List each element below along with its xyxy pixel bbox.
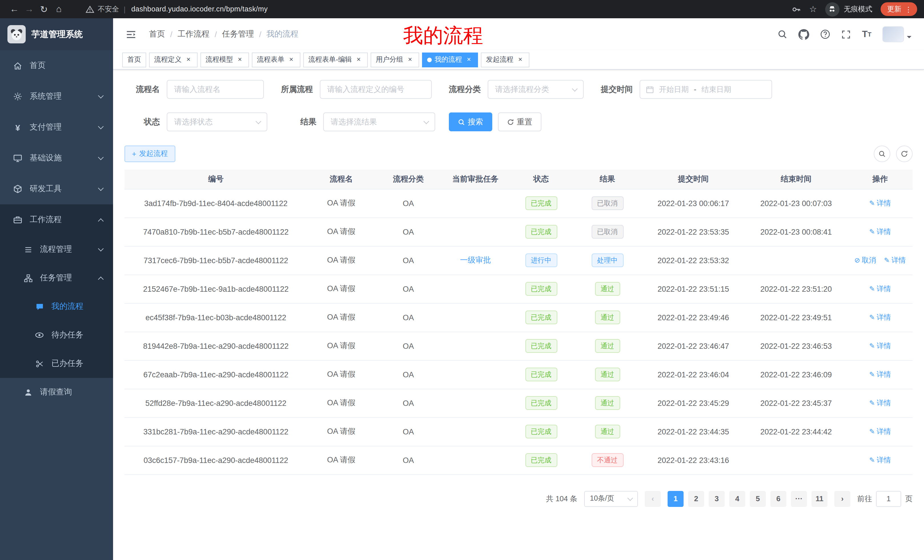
detail-link[interactable]: ✎详情	[869, 398, 891, 408]
password-key-icon[interactable]	[792, 4, 801, 14]
sidebar-item-payment[interactable]: ¥ 支付管理	[0, 112, 113, 143]
page-button[interactable]: 11	[812, 491, 828, 507]
browser-reload-icon[interactable]: ↻	[36, 2, 51, 16]
sidebar-item-home[interactable]: 首页	[0, 50, 113, 81]
process-name-input[interactable]	[167, 80, 264, 99]
incognito-indicator[interactable]: 无痕模式	[825, 2, 872, 16]
browser-forward-icon[interactable]: →	[22, 2, 36, 16]
process-category-select[interactable]: 请选择流程分类	[488, 80, 584, 99]
user-menu[interactable]	[882, 26, 911, 42]
sidebar-item-my-process[interactable]: 我的流程	[0, 292, 113, 321]
tab-close-icon[interactable]: ×	[287, 55, 295, 64]
search-icon[interactable]	[777, 29, 788, 39]
page-button[interactable]: 2	[688, 491, 704, 507]
create-process-button[interactable]: + 发起流程	[124, 145, 175, 162]
tab[interactable]: 我的流程 ×	[422, 52, 478, 67]
tab-close-icon[interactable]: ×	[406, 55, 414, 64]
fullscreen-icon[interactable]	[842, 29, 851, 39]
cell-submit-time: 2022-01-22 23:44:35	[642, 417, 745, 446]
next-page-button[interactable]: ›	[834, 491, 850, 507]
browser-back-icon[interactable]: ←	[7, 2, 22, 16]
detail-link[interactable]: ✎详情	[869, 284, 891, 294]
site-security-chip[interactable]: 不安全	[86, 4, 119, 14]
tab[interactable]: 流程模型 ×	[201, 52, 249, 67]
current-task-link[interactable]: 一级审批	[460, 256, 491, 264]
calendar-icon	[646, 85, 654, 93]
tab-close-icon[interactable]: ×	[184, 55, 192, 64]
sidebar-item-system[interactable]: 系统管理	[0, 81, 113, 112]
submit-time-range-picker[interactable]: 开始日期 - 结束日期	[640, 80, 772, 99]
goto-page-input[interactable]	[876, 491, 901, 507]
tab-close-icon[interactable]: ×	[516, 55, 524, 64]
sidebar-item-todo-tasks[interactable]: 待办任务	[0, 321, 113, 349]
sidebar-item-done-tasks[interactable]: 已办任务	[0, 349, 113, 378]
result-select[interactable]: 请选择流结果	[323, 112, 435, 131]
status-select[interactable]: 请选择状态	[167, 112, 267, 131]
detail-link[interactable]: ✎详情	[869, 227, 891, 237]
breadcrumb-workflow[interactable]: 工作流程	[178, 29, 210, 39]
cell-end-time: 2022-01-23 00:08:41	[745, 217, 848, 246]
tab[interactable]: 流程表单 ×	[252, 52, 300, 67]
process-definition-input[interactable]	[320, 80, 432, 99]
cell-end-time: 2022-01-23 00:07:03	[745, 189, 848, 217]
cell-category: OA	[375, 217, 441, 246]
detail-link[interactable]: ✎详情	[869, 455, 891, 465]
browser-update-button[interactable]: 更新 ⋮	[880, 2, 917, 16]
detail-link[interactable]: ✎详情	[869, 313, 891, 322]
breadcrumb-home[interactable]: 首页	[149, 29, 165, 39]
sidebar-item-workflow[interactable]: 工作流程	[0, 204, 113, 235]
cell-status: 进行中	[509, 246, 573, 275]
table-row: 7317cec6-7b9b-11ec-b5b7-acde48001122 OA …	[124, 246, 913, 275]
col-name: 流程名	[307, 169, 375, 189]
tab[interactable]: 发起流程 ×	[481, 52, 530, 67]
sidebar-toggle-icon[interactable]	[126, 29, 136, 40]
detail-link[interactable]: ✎详情	[884, 256, 906, 265]
cancel-link[interactable]: ⊘取消	[854, 256, 876, 265]
detail-link[interactable]: ✎详情	[869, 341, 891, 351]
result-badge: 已取消	[591, 225, 623, 239]
help-icon[interactable]	[820, 29, 831, 39]
address-bar-url[interactable]: dashboard.yudao.iocoder.cn/bpm/task/my	[131, 5, 268, 13]
status-badge: 已完成	[525, 368, 557, 381]
browser-menu-icon[interactable]: ⋮	[905, 5, 912, 13]
github-icon[interactable]	[799, 29, 810, 40]
page-button[interactable]: 5	[750, 491, 766, 507]
detail-link[interactable]: ✎详情	[869, 370, 891, 379]
tab[interactable]: 用户分组 ×	[370, 52, 419, 67]
sidebar-item-process-mgmt[interactable]: 流程管理	[0, 235, 113, 264]
status-badge: 已完成	[525, 196, 557, 210]
page-button[interactable]: 6	[770, 491, 786, 507]
search-button[interactable]: 搜索	[449, 112, 492, 131]
detail-link[interactable]: ✎详情	[869, 427, 891, 436]
cell-name: OA 请假	[307, 275, 375, 303]
tab-close-icon[interactable]: ×	[355, 55, 363, 64]
tab[interactable]: 流程表单-编辑 ×	[303, 52, 368, 67]
sidebar-item-leave-query[interactable]: 请假查询	[0, 378, 113, 406]
page-button[interactable]: ···	[791, 491, 807, 507]
toggle-search-button[interactable]	[874, 145, 890, 162]
sidebar-item-task-mgmt[interactable]: 任务管理	[0, 264, 113, 292]
breadcrumb-separator: /	[170, 30, 172, 39]
refresh-table-button[interactable]	[896, 145, 913, 162]
tab-close-icon[interactable]: ×	[465, 55, 473, 64]
chevron-down-icon	[98, 185, 104, 191]
font-size-icon[interactable]: TT	[862, 30, 872, 39]
page-button[interactable]: 1	[668, 491, 684, 507]
detail-link[interactable]: ✎详情	[869, 198, 891, 208]
tab-close-icon[interactable]: ×	[236, 55, 244, 64]
page-button[interactable]: 4	[729, 491, 745, 507]
reset-button[interactable]: 重置	[498, 112, 542, 131]
sidebar-item-devtools[interactable]: 研发工具	[0, 174, 113, 204]
breadcrumb-task-mgmt[interactable]: 任务管理	[222, 29, 254, 39]
tab[interactable]: 首页	[122, 52, 146, 67]
sidebar-item-infra[interactable]: 基础设施	[0, 143, 113, 174]
table-row: ec45f38f-7b9a-11ec-b03b-acde48001122 OA …	[124, 303, 913, 332]
prev-page-button[interactable]: ‹	[645, 491, 661, 507]
bookmark-star-icon[interactable]: ☆	[809, 4, 817, 14]
page-button[interactable]: 3	[709, 491, 725, 507]
tab[interactable]: 流程定义 ×	[149, 52, 198, 67]
page-size-select[interactable]: 10条/页	[584, 491, 638, 507]
app-logo-bar: 芋道管理系统	[0, 18, 113, 50]
chevron-up-icon	[98, 218, 104, 224]
browser-home-icon[interactable]: ⌂	[51, 2, 66, 16]
